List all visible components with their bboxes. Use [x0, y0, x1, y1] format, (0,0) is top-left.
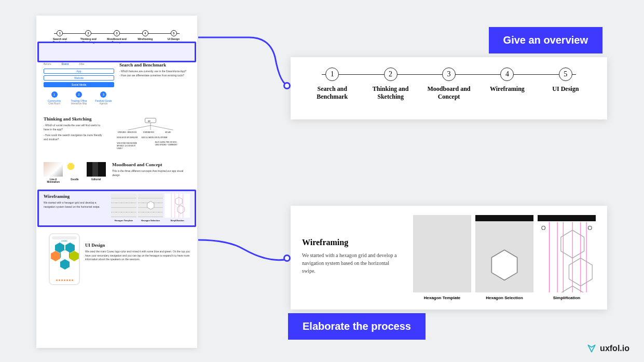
svg-text:EXPERIENCE: EXPERIENCE — [143, 131, 154, 133]
mock-step-4: 4 — [142, 30, 148, 36]
svg-text:EXPLORE / DISCOVER: EXPLORE / DISCOVER — [118, 131, 137, 133]
connector-end-1 — [283, 82, 291, 89]
svg-point-24 — [542, 226, 545, 230]
mindmap-sketch: app EXPLORE / DISCOVER EXPERIENCE SHARE … — [111, 116, 190, 153]
pill-app: App — [44, 69, 114, 74]
uxfolio-icon — [586, 343, 597, 354]
overview-card: 1Search and Benchmark 2Thinking and Sket… — [291, 57, 607, 119]
svg-text:WHAT DO I RECOGNIZE: WHAT DO I RECOGNIZE — [117, 142, 137, 144]
portfolio-page-mock: 1Search and Benchmark 2Thinking and Sket… — [36, 16, 197, 348]
svg-line-5 — [150, 126, 173, 130]
svg-line-3 — [128, 126, 150, 130]
svg-text:app: app — [148, 120, 150, 122]
wf-thumb-1 — [111, 194, 136, 218]
wf-thumb-3 — [165, 194, 190, 218]
mock-step-2: 2 — [85, 30, 91, 36]
detail-thumb-3: Simplification — [538, 215, 596, 300]
step-3: 3Moodboard and Concept — [420, 68, 478, 101]
wf-thumb-2 — [138, 194, 163, 218]
svg-marker-22 — [177, 205, 184, 213]
svg-marker-23 — [491, 250, 517, 280]
sec1-title: Search and Benchmark — [119, 62, 190, 68]
pill-website: Website — [44, 75, 114, 81]
pill-social: Social Media — [44, 82, 114, 87]
detail-thumb-2: Hexagon Selection — [475, 215, 533, 300]
connector-overview — [197, 36, 291, 93]
sec2-title: Thinking and Sketching — [44, 116, 106, 122]
svg-point-25 — [588, 226, 592, 230]
svg-text:USER ?: USER ? — [117, 148, 123, 150]
step-1: 1Search and Benchmark — [303, 68, 361, 101]
svg-rect-0 — [145, 118, 156, 123]
uxfolio-logo: uxfol.io — [586, 343, 629, 354]
mock-step-5: 5 — [171, 30, 177, 36]
svg-text:SHARE: SHARE — [165, 131, 171, 133]
detail-thumb-1: Hexagon Template — [413, 215, 471, 300]
mock-steps-row: 1Search and Benchmark 2Thinking and Sket… — [44, 27, 190, 47]
svg-text:RESEARCH BY DEMAND: RESEARCH BY DEMAND — [117, 137, 138, 139]
sec5-title: UI Design — [85, 243, 190, 248]
connector-end-2 — [283, 254, 291, 262]
phone-mock: coveo — [49, 233, 80, 285]
moodboard-thumb-2 — [65, 162, 84, 177]
mock-tabs: Before Event After — [44, 62, 114, 65]
svg-text:LIKE/UNLIKE - COMMENT: LIKE/UNLIKE - COMMENT — [155, 144, 178, 146]
mock-step-3: 3 — [114, 30, 120, 36]
svg-marker-16 — [147, 201, 154, 209]
label-give-overview: Give an overview — [489, 27, 602, 53]
wireframing-desc: We started with a hexagon grid and devel… — [302, 251, 401, 275]
svg-text:MAP ALONG THE STATUS: MAP ALONG THE STATUS — [155, 141, 176, 143]
moodboard-thumb-1 — [44, 162, 63, 177]
mock-wireframing-section: Wireframing We started with a hexagon gr… — [44, 191, 190, 225]
step-5: 5UI Design — [537, 68, 595, 101]
sec3-title: Moodboard and Concept — [112, 162, 190, 167]
connector-wireframing — [197, 239, 291, 270]
svg-text:MYSELF AS COVER IT: MYSELF AS COVER IT — [117, 145, 136, 147]
wireframing-title: Wireframing — [302, 238, 401, 247]
label-elaborate-process: Elaborate the process — [288, 313, 426, 340]
svg-text:SOCIAL MEDIA ON PLATFORM: SOCIAL MEDIA ON PLATFORM — [142, 137, 168, 139]
sec4-title: Wireframing — [44, 194, 106, 199]
mock-step-1: 1 — [57, 30, 63, 36]
wireframing-card: Wireframing We started with a hexagon gr… — [291, 206, 607, 310]
step-2: 2Thinking and Sketching — [361, 68, 419, 101]
step-4: 4Wireframing — [478, 68, 536, 101]
moodboard-thumb-3 — [87, 162, 106, 177]
